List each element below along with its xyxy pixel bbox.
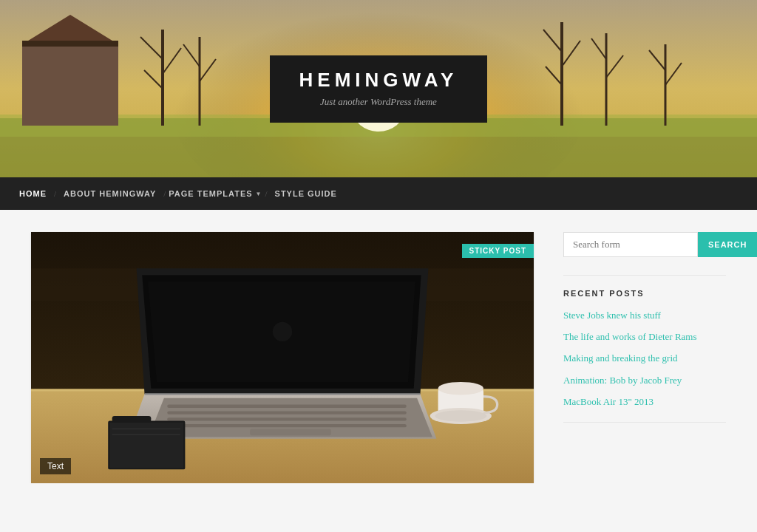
svg-point-50	[273, 322, 292, 341]
nav-separator-1: /	[54, 189, 56, 198]
recent-posts-list: Steve Jobs knew his stuff The life and w…	[563, 308, 726, 409]
recent-post-item-5: MacBook Air 13" 2013	[563, 395, 726, 409]
svg-rect-33	[167, 417, 407, 420]
nav-item-about[interactable]: ABOUT HEMINGWAY	[59, 189, 160, 198]
hero-title-box: HEMINGWAY Just another WordPress theme	[270, 55, 488, 123]
recent-post-link-1[interactable]: Steve Jobs knew his stuff	[563, 310, 661, 321]
content-wrapper: STICKY POST	[16, 232, 741, 483]
svg-point-44	[435, 410, 486, 421]
sidebar-divider-1	[563, 275, 726, 276]
nav-item-style-guide[interactable]: STYLE GUIDE	[271, 189, 342, 198]
post-featured-image: Text	[31, 232, 534, 483]
svg-rect-35	[250, 429, 331, 436]
recent-post-link-3[interactable]: Making and breaking the grid	[563, 352, 678, 364]
dropdown-arrow-icon: ▼	[256, 191, 262, 197]
post-card: STICKY POST	[31, 232, 534, 483]
recent-post-item-4: Animation: Bob by Jacob Frey	[563, 373, 726, 387]
recent-post-item-2: The life and works of Dieter Rams	[563, 330, 726, 344]
recent-post-item-3: Making and breaking the grid	[563, 351, 726, 365]
sidebar: SEARCH RECENT POSTS Steve Jobs knew his …	[563, 232, 726, 483]
navigation-bar: HOME / ABOUT HEMINGWAY / PAGE TEMPLATES …	[0, 177, 757, 210]
hero-section: HEMINGWAY Just another WordPress theme	[0, 0, 757, 177]
svg-rect-32	[167, 411, 407, 414]
nav-separator-2: /	[163, 189, 166, 198]
recent-post-item-1: Steve Jobs knew his stuff	[563, 308, 726, 322]
site-title: HEMINGWAY	[299, 69, 458, 92]
sidebar-divider-2	[563, 422, 726, 423]
recent-posts-title: RECENT POSTS	[563, 289, 726, 298]
site-tagline: Just another WordPress theme	[299, 96, 458, 108]
recent-post-link-5[interactable]: MacBook Air 13" 2013	[563, 396, 654, 407]
recent-post-link-4[interactable]: Animation: Bob by Jacob Frey	[563, 375, 682, 386]
sticky-post-badge: STICKY POST	[462, 244, 534, 258]
nav-item-home[interactable]: HOME	[15, 189, 51, 198]
svg-rect-34	[167, 424, 407, 427]
nav-separator-3: /	[265, 189, 267, 198]
search-widget: SEARCH	[563, 232, 726, 257]
hero-overlay: HEMINGWAY Just another WordPress theme	[0, 0, 757, 177]
post-caption: Text	[40, 458, 71, 474]
recent-post-link-2[interactable]: The life and works of Dieter Rams	[563, 331, 697, 342]
nav-item-page-templates[interactable]: PAGE TEMPLATES ▼	[169, 189, 262, 198]
search-button[interactable]: SEARCH	[698, 232, 757, 257]
svg-rect-31	[167, 405, 407, 408]
recent-posts-widget: RECENT POSTS Steve Jobs knew his stuff T…	[563, 289, 726, 409]
main-content: STICKY POST	[31, 232, 534, 483]
svg-point-42	[438, 382, 483, 395]
search-input[interactable]	[563, 232, 698, 257]
svg-rect-49	[112, 416, 152, 423]
